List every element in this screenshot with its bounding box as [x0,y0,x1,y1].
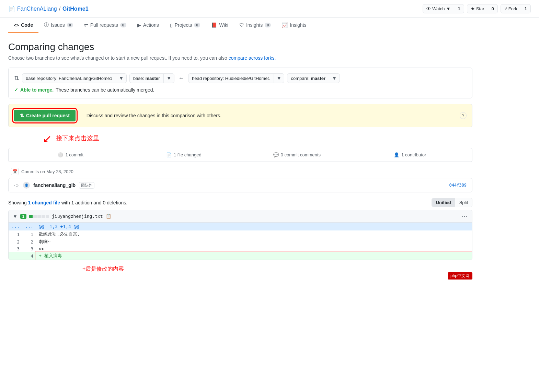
compare-row: ⇅ base repository: FanChenALiang/GitHome… [14,73,467,83]
commit-row: ∙○∙ 👤 fanchenaliang_glb 团队外 044f389 [8,178,472,192]
file-changes-text: Showing 1 changed file with 1 addition a… [8,200,127,205]
merge-status-able: Able to merge. [20,87,54,93]
security-badge: 0 [265,23,271,27]
split-view-button[interactable]: Split [455,198,472,207]
compare-branch-dropdown-icon[interactable]: ▼ [329,74,340,83]
calendar-icon: 📅 [11,168,19,175]
page-title: Comparing changes [8,41,472,52]
insights-icon: 📈 [282,22,288,28]
diff-line-1-new-num: 1 [22,230,36,238]
watch-button-main[interactable]: 👁 Watch ▼ [423,4,454,13]
contributors-icon: 👤 [394,152,399,157]
fork-label: Fork [508,6,517,11]
bar-empty-2 [37,215,41,218]
tab-pull-requests[interactable]: ⇄ Pull requests 0 [79,18,132,33]
pull-request-icon: ⇅ [20,113,24,118]
diff-line-1-content: 欲练此功,必先自宫. [36,230,472,238]
file-copy-icon[interactable]: 📋 [106,214,111,219]
diff-line-1: 1 1 欲练此功,必先自宫. [9,230,472,238]
files-icon: 📄 [166,152,172,157]
star-count: 0 [488,4,497,13]
help-icon[interactable]: ? [460,112,467,119]
head-repo-select[interactable]: head repository: Hudiediedie/GitHome1 ▼ [188,73,285,83]
fork-icon: ⑂ [504,6,507,11]
commit-author[interactable]: fanchenaliang_glb [33,182,76,188]
nav-tabs: <> Code ⓘ Issues 0 ⇄ Pull requests 0 ▶ A… [0,18,539,33]
tab-insights-label: Insights [290,22,306,28]
pull-requests-icon: ⇄ [84,22,88,28]
tab-projects[interactable]: ▯ Projects 0 [164,18,206,33]
file-changes-suffix: with 1 addition and 0 deletions. [61,200,127,205]
annotation-arrow: ↗ [43,134,52,145]
create-pr-area: ⇅ Create pull request Discuss and review… [8,104,472,148]
base-repo-label: base repository: FanChenALiang/GitHome1 [22,74,116,83]
base-branch-dropdown-icon[interactable]: ▼ [163,74,174,83]
fork-button[interactable]: ⑂ Fork 1 [501,4,531,13]
base-branch-label: base: master [130,74,163,83]
diff-line-3: 3 3 >> [9,246,472,252]
tab-security[interactable]: 🛡 Insights 0 [234,18,276,33]
diff-line-2-new-num: 2 [22,238,36,246]
commit-dot-icon: ∙○∙ [14,182,20,188]
chevron-down-icon: ▼ [446,6,451,11]
create-pr-section: ⇅ Create pull request Discuss and review… [8,104,472,127]
star-button-main[interactable]: ★ Star [467,4,488,13]
diff-line-2-content: 啊啊~ [36,238,472,246]
stat-commits: ⚪ 1 commit [14,152,127,157]
star-button[interactable]: ★ Star 0 [467,4,498,13]
file-expand-icon[interactable]: ▼ [13,214,18,219]
page-header: 📄 FanChenALiang / GitHome1 👁 Watch ▼ 1 ★… [0,0,539,18]
stat-contributors-label: 1 contributor [401,152,426,157]
file-more-icon[interactable]: ⋯ [462,213,468,219]
compare-branch-select[interactable]: compare: master ▼ [287,73,340,83]
arrow-right-icon: ← [177,75,185,81]
main-content: Comparing changes Choose two branches to… [0,33,481,281]
page-subtitle-text: Choose two branches to see what's change… [8,55,227,61]
tab-projects-label: Projects [175,22,192,28]
file-count-badge: 1 [20,214,26,219]
fork-button-main[interactable]: ⑂ Fork [501,4,521,13]
commit-avatar: 👤 [23,182,30,189]
bar-filled-1 [29,215,33,218]
diff-line-1-old-num: 1 [9,230,22,238]
file-diff: ▼ 1 jiuyangzhenjing.txt 📋 ⋯ ... ... @@ -… [8,210,472,260]
tab-wiki[interactable]: 📕 Wiki [206,18,233,33]
code-icon: <> [14,23,19,28]
tab-pull-requests-label: Pull requests [90,22,118,28]
repo-icon: 📄 [8,5,15,12]
compare-across-forks-link[interactable]: compare across forks. [229,55,276,61]
issues-icon: ⓘ [44,22,49,28]
diff-line-4-new-num: 4 [22,252,36,260]
tab-issues[interactable]: ⓘ Issues 0 [38,18,79,33]
compare-bar: ⇅ base repository: FanChenALiang/GitHome… [8,68,472,98]
check-icon: ✓ [14,87,18,93]
stat-comments-label: 0 commit comments [281,152,321,157]
head-repo-dropdown-icon[interactable]: ▼ [274,74,284,83]
stat-files: 📄 1 file changed [127,152,241,157]
watch-button[interactable]: 👁 Watch ▼ 1 [423,4,464,13]
repo-name[interactable]: GitHome1 [62,6,89,12]
create-pull-request-button[interactable]: ⇅ Create pull request [14,110,76,121]
base-repo-dropdown-icon[interactable]: ▼ [116,74,126,83]
file-changes-header: Showing 1 changed file with 1 addition a… [8,198,472,207]
tab-insights[interactable]: 📈 Insights [276,18,312,33]
repo-separator: / [59,6,60,12]
security-icon: 🛡 [239,22,244,28]
view-toggle: Unified Split [432,198,472,207]
eye-icon: 👁 [426,6,431,11]
unified-view-button[interactable]: Unified [432,198,455,207]
tab-actions[interactable]: ▶ Actions [132,18,164,33]
tab-code[interactable]: <> Code [8,18,38,33]
file-diff-header: ▼ 1 jiuyangzhenjing.txt 📋 ⋯ [9,210,472,223]
base-branch-select[interactable]: base: master ▼ [129,73,174,83]
stats-row: ⚪ 1 commit 📄 1 file changed 💬 0 commit c… [9,148,472,162]
commit-sha[interactable]: 044f389 [449,183,467,188]
base-repo-select[interactable]: base repository: FanChenALiang/GitHome1 … [22,73,127,83]
diff-hunk-old-num: ... [9,223,22,230]
file-changes-link[interactable]: 1 changed file [28,200,60,205]
diff-line-2-old-num: 2 [9,238,22,246]
repo-owner[interactable]: FanChenALiang [17,6,57,12]
file-changes-prefix: Showing [8,200,27,205]
header-actions: 👁 Watch ▼ 1 ★ Star 0 ⑂ Fork 1 [423,4,531,13]
compare-arrows-icon: ⇅ [14,74,19,82]
